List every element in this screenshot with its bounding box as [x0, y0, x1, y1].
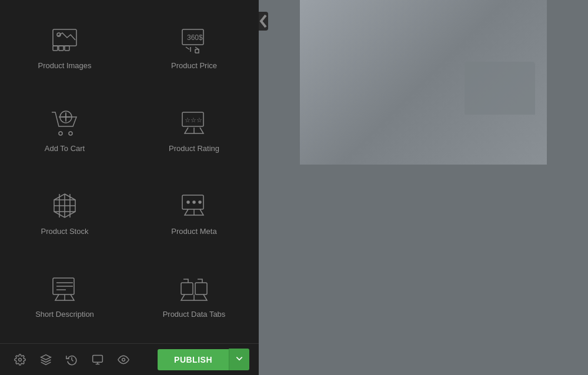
- svg-rect-2: [59, 46, 64, 51]
- layers-icon[interactable]: [35, 349, 56, 370]
- product-image-content: [300, 0, 547, 165]
- svg-marker-34: [41, 354, 51, 359]
- svg-point-9: [69, 132, 72, 135]
- svg-point-8: [59, 132, 62, 135]
- preview-icon[interactable]: [113, 349, 134, 370]
- product-images-icon: [49, 25, 80, 55]
- svg-text:360$: 360$: [187, 34, 203, 42]
- widget-product-data-tabs-label: Product Data Tabs: [163, 310, 226, 319]
- collapse-panel-button[interactable]: [259, 12, 268, 31]
- widget-short-description-label: Short Description: [35, 310, 94, 319]
- widget-product-rating-label: Product Rating: [169, 144, 219, 153]
- widget-grid: Product Images 360$ Product Price: [0, 0, 259, 343]
- svg-rect-1: [53, 46, 58, 51]
- widget-product-rating[interactable]: ☆☆☆ Product Rating: [129, 89, 259, 172]
- widget-product-images-label: Product Images: [38, 61, 91, 70]
- svg-rect-3: [65, 46, 69, 51]
- widget-product-stock[interactable]: Product Stock: [0, 172, 129, 255]
- product-meta-icon: [179, 190, 209, 221]
- widget-add-to-cart[interactable]: Add To Cart: [0, 89, 129, 172]
- widget-product-price-label: Product Price: [171, 61, 217, 70]
- publish-button[interactable]: PUBLISH: [158, 349, 229, 370]
- widget-short-description[interactable]: Short Description: [0, 255, 129, 337]
- widget-product-data-tabs[interactable]: Product Data Tabs: [129, 255, 259, 337]
- widget-product-meta[interactable]: Product Meta: [129, 172, 259, 255]
- widget-product-stock-label: Product Stock: [41, 227, 89, 236]
- publish-group: PUBLISH: [158, 349, 249, 370]
- responsive-icon[interactable]: [87, 349, 108, 370]
- svg-point-21: [187, 201, 189, 203]
- svg-point-33: [19, 358, 22, 361]
- canvas-preview: [259, 0, 588, 375]
- svg-rect-30: [181, 283, 193, 294]
- left-panel: Product Images 360$ Product Price: [0, 0, 259, 375]
- svg-point-22: [193, 201, 195, 203]
- add-to-cart-icon: [49, 108, 80, 138]
- product-data-tabs-icon: [179, 273, 209, 304]
- product-price-icon: 360$: [179, 25, 209, 55]
- widget-product-images[interactable]: Product Images: [0, 6, 129, 89]
- product-rating-icon: ☆☆☆: [179, 108, 209, 138]
- svg-point-38: [122, 358, 125, 361]
- widget-add-to-cart-label: Add To Cart: [45, 144, 85, 153]
- short-description-icon: [49, 273, 80, 304]
- svg-rect-31: [195, 283, 207, 294]
- widget-product-price[interactable]: 360$ Product Price: [129, 6, 259, 89]
- product-image-preview: [300, 0, 547, 165]
- product-stock-icon: [49, 190, 80, 221]
- shirt-preview-shape: [465, 62, 535, 115]
- history-icon[interactable]: [61, 349, 82, 370]
- publish-dropdown-button[interactable]: [229, 349, 249, 370]
- right-panel: [259, 0, 588, 375]
- svg-text:☆☆☆: ☆☆☆: [185, 116, 202, 123]
- bottom-toolbar: PUBLISH: [0, 343, 259, 375]
- svg-point-23: [199, 201, 201, 203]
- widget-product-meta-label: Product Meta: [171, 227, 216, 236]
- settings-icon[interactable]: [9, 349, 31, 370]
- svg-rect-35: [93, 355, 103, 362]
